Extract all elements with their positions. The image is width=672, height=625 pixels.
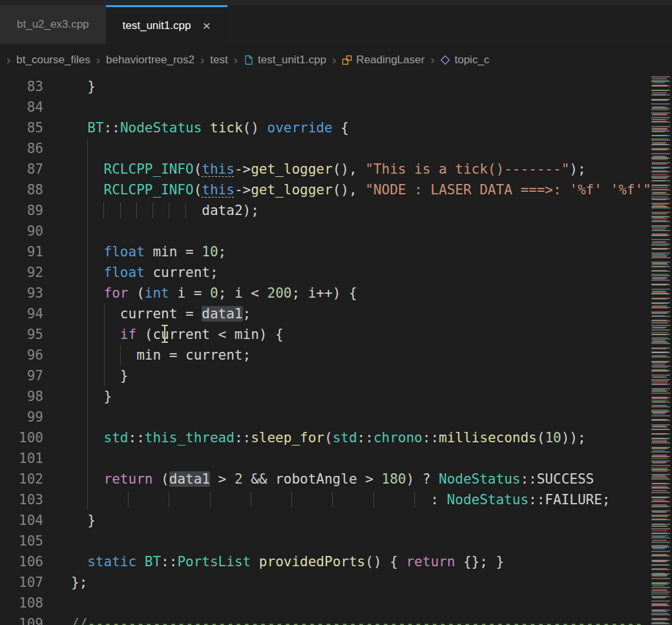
code-line[interactable]: 101 (0, 448, 672, 469)
line-number[interactable]: 97 (0, 365, 43, 386)
line-number[interactable]: 92 (0, 262, 43, 283)
code-token: i = (169, 285, 210, 301)
line-number[interactable]: 87 (0, 159, 43, 179)
close-tab-icon[interactable]: × (202, 19, 210, 32)
code-token: -> (235, 161, 251, 177)
code-line[interactable]: 98 } (0, 386, 672, 407)
code-line[interactable]: 100 std::this_thread::sleep_for(std::chr… (0, 427, 672, 448)
minimap[interactable] (651, 76, 672, 625)
code-line[interactable]: 86 (0, 138, 672, 159)
code-token: int (145, 285, 169, 301)
code-line[interactable]: 97 } (0, 365, 672, 386)
code-line-content: : NodeStatus::FAILURE; (43, 489, 610, 510)
line-number[interactable]: 107 (0, 572, 43, 593)
breadcrumb-label: test (210, 54, 227, 67)
indent-guide (104, 303, 105, 386)
line-number[interactable]: 90 (0, 221, 43, 241)
code-line[interactable]: 106 static BT::PortsList providedPorts()… (0, 551, 672, 572)
code-line[interactable]: 89 data2); (0, 200, 672, 221)
line-number[interactable]: 109 (0, 613, 43, 625)
code-line-content (43, 407, 71, 427)
code-line[interactable]: 109//-----------------------------------… (0, 613, 672, 625)
code-line[interactable]: 93 for (int i = 0; i < 200; i++) { (0, 283, 672, 303)
line-number[interactable]: 83 (0, 76, 43, 97)
line-number[interactable]: 91 (0, 241, 43, 262)
line-number[interactable]: 101 (0, 448, 43, 469)
code-line-content: RCLCPP_INFO(this->get_logger(), "NODE : … (43, 179, 659, 200)
tab-test-unit1[interactable]: test_unit1.cpp × (106, 5, 227, 44)
line-number[interactable]: 95 (0, 324, 43, 345)
line-number[interactable]: 102 (0, 469, 43, 489)
code-line-content: min = current; (43, 345, 251, 365)
code-token: : (430, 492, 446, 507)
line-number[interactable]: 85 (0, 118, 43, 138)
code-line[interactable]: 108 (0, 593, 672, 613)
breadcrumb-item-bt-course-files[interactable]: bt_course_files (16, 54, 90, 67)
code-token: (), (333, 161, 366, 177)
tab-bt-u2-ex3[interactable]: bt_u2_ex3.cpp (0, 5, 106, 44)
code-line-content: for (int i = 0; i < 200; i++) { (43, 283, 357, 303)
code-token: -> (235, 182, 251, 198)
code-line[interactable]: 94 current = data1; (0, 303, 672, 324)
code-line[interactable]: 87 RCLCPP_INFO(this->get_logger(), "This… (0, 159, 672, 179)
code-line-content: float min = 10; (43, 241, 226, 262)
chevron-right-icon: › (6, 53, 10, 67)
code-token: RCLCPP_INFO (104, 161, 194, 177)
breadcrumb-item-class[interactable]: ReadingLaser (342, 54, 425, 67)
code-token (71, 327, 120, 342)
code-line[interactable]: 103 : NodeStatus::FAILURE; (0, 489, 672, 510)
code-line-content: data2); (43, 200, 259, 221)
breadcrumb-item-test[interactable]: test (210, 54, 227, 67)
line-number[interactable]: 104 (0, 510, 43, 531)
code-line[interactable]: 102 return (data1 > 2 && robotAngle > 18… (0, 469, 672, 489)
code-line[interactable]: 96 min = current; (0, 345, 672, 365)
code-line[interactable]: 95 if (current < min) { (0, 324, 672, 345)
line-number[interactable]: 98 (0, 386, 43, 407)
line-number[interactable]: 88 (0, 179, 43, 200)
tab-label: test_unit1.cpp (123, 19, 191, 32)
line-number[interactable]: 86 (0, 138, 43, 159)
line-number[interactable]: 106 (0, 551, 43, 572)
code-line[interactable]: 91 float min = 10; (0, 241, 672, 262)
code-token: float (104, 265, 145, 280)
vscode-window: bt_u2_ex3.cpp test_unit1.cpp × › bt_cour… (0, 0, 672, 625)
code-line[interactable]: 105 (0, 531, 672, 551)
code-line[interactable]: 85 BT::NodeStatus tick() override { (0, 118, 672, 138)
breadcrumb-item-method[interactable]: topic_c (440, 54, 489, 67)
code-token: min = (145, 244, 202, 260)
code-line[interactable]: 83 } (0, 76, 672, 97)
code-line[interactable]: 107}; (0, 572, 672, 593)
line-number[interactable]: 89 (0, 200, 43, 221)
code-token: std (333, 430, 357, 446)
line-number[interactable]: 93 (0, 283, 43, 303)
code-line[interactable]: 90 (0, 221, 672, 241)
code-token: NodeStatus (120, 120, 202, 136)
code-token: std (104, 430, 129, 446)
code-line-content (43, 138, 71, 159)
line-number[interactable]: 96 (0, 345, 43, 365)
line-number[interactable]: 105 (0, 531, 43, 551)
code-line-content: static BT::PortsList providedPorts() { r… (43, 551, 504, 572)
code-line[interactable]: 99 (0, 407, 672, 427)
code-token: ( (194, 161, 202, 177)
code-line-content: return (data1 > 2 && robotAngle > 180) ?… (43, 469, 594, 489)
line-number[interactable]: 108 (0, 593, 43, 613)
line-number[interactable]: 84 (0, 97, 43, 118)
code-token: > (210, 471, 235, 487)
breadcrumb-item-behaviortree-ros2[interactable]: behaviortree_ros2 (106, 54, 194, 67)
code-token: ; (218, 244, 227, 260)
line-number[interactable]: 100 (0, 427, 43, 448)
code-line[interactable]: 92 float current; (0, 262, 672, 283)
code-token: override (268, 120, 333, 136)
line-number[interactable]: 99 (0, 407, 43, 427)
code-line[interactable]: 104 } (0, 510, 672, 531)
code-token: min = current; (71, 347, 251, 363)
line-number[interactable]: 103 (0, 489, 43, 510)
code-line[interactable]: 84 (0, 97, 672, 118)
breadcrumb-item-file[interactable]: test_unit1.cpp (244, 54, 326, 67)
code-token: (), (333, 182, 366, 198)
code-line[interactable]: 88 RCLCPP_INFO(this->get_logger(), "NODE… (0, 179, 672, 200)
code-token: } (71, 368, 129, 384)
code-line-content: float current; (43, 262, 218, 283)
line-number[interactable]: 94 (0, 303, 43, 324)
